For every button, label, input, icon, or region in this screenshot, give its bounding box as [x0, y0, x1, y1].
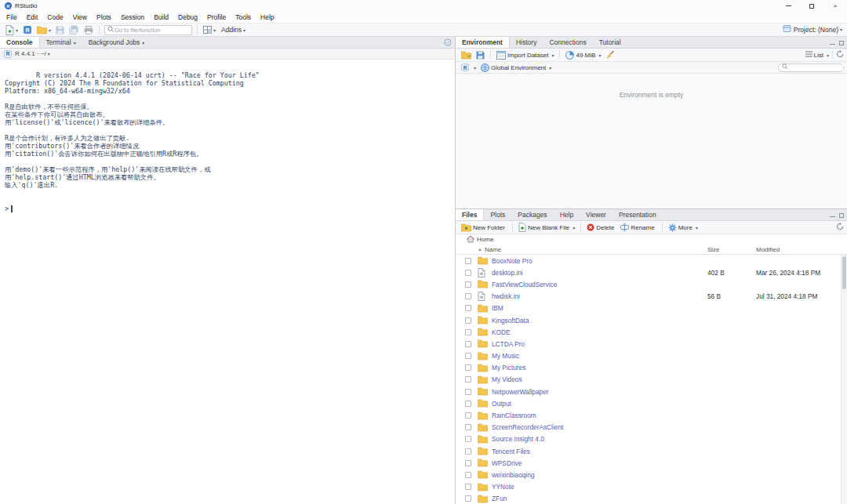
menu-debug[interactable]: Debug: [173, 13, 202, 21]
tab-help[interactable]: Help: [554, 209, 580, 220]
row-checkbox[interactable]: [465, 258, 471, 264]
file-name-link[interactable]: Source Insight 4.0: [492, 435, 707, 443]
menu-plots[interactable]: Plots: [92, 13, 116, 21]
print-button[interactable]: [82, 24, 96, 36]
new-folder-button[interactable]: New Folder: [459, 221, 509, 234]
file-name-link[interactable]: FastViewCloudService: [492, 281, 707, 288]
menu-view[interactable]: View: [68, 13, 92, 21]
file-name-link[interactable]: NetpowerWallpaper: [492, 388, 707, 396]
table-row[interactable]: IBM: [456, 303, 841, 314]
import-dataset-button[interactable]: Import Dataset ▾: [494, 49, 556, 61]
file-name-link[interactable]: LCTDA Pro: [492, 340, 707, 348]
row-checkbox[interactable]: [465, 317, 471, 324]
pane-layout-button[interactable]: ▾: [201, 24, 218, 36]
table-row[interactable]: LCTDA Pro: [456, 338, 841, 350]
row-checkbox[interactable]: [465, 448, 471, 455]
scope-selector[interactable]: Global Environment ▾: [478, 61, 554, 74]
table-row[interactable]: BooxNote Pro: [456, 255, 841, 267]
language-selector[interactable]: R ▾: [459, 61, 478, 74]
table-row[interactable]: ZFun: [456, 493, 841, 504]
table-row[interactable]: NetpowerWallpaper: [456, 386, 841, 397]
row-checkbox[interactable]: [465, 281, 471, 288]
menu-file[interactable]: File: [2, 13, 22, 21]
menu-help[interactable]: Help: [256, 13, 278, 21]
menu-edit[interactable]: Edit: [22, 13, 43, 21]
menu-build[interactable]: Build: [149, 13, 173, 21]
addins-button[interactable]: Addins ▾: [218, 26, 249, 34]
pane-minimize-icon[interactable]: [830, 44, 835, 45]
row-checkbox[interactable]: [465, 495, 471, 502]
table-row[interactable]: My Videos: [456, 374, 841, 386]
table-row[interactable]: Tencent Files: [456, 445, 841, 457]
row-checkbox[interactable]: [465, 305, 471, 311]
tab-terminal[interactable]: Terminal▾: [40, 37, 82, 48]
table-row[interactable]: YYNote: [456, 481, 841, 493]
new-blank-file-button[interactable]: New Blank File ▾: [516, 221, 577, 234]
row-checkbox[interactable]: [465, 484, 471, 490]
tab-connections[interactable]: Connections: [543, 37, 592, 48]
table-row[interactable]: My Pictures: [456, 362, 841, 374]
console-prompt-line[interactable]: >: [5, 205, 450, 212]
load-workspace-button[interactable]: [459, 49, 474, 61]
scrollbar-thumb[interactable]: [842, 256, 846, 289]
file-name-link[interactable]: RainClassroom: [492, 412, 707, 419]
file-name-link[interactable]: My Music: [492, 352, 707, 360]
tab-console[interactable]: Console: [0, 37, 40, 48]
refresh-icon[interactable]: [836, 50, 844, 60]
row-checkbox[interactable]: [465, 270, 471, 276]
table-row[interactable]: Output: [456, 397, 841, 409]
row-checkbox[interactable]: [465, 472, 471, 478]
close-button[interactable]: ×: [823, 0, 847, 12]
memory-usage-button[interactable]: 49 MiB ▾: [563, 49, 603, 61]
more-button[interactable]: More ▾: [666, 221, 700, 234]
menu-profile[interactable]: Profile: [202, 13, 231, 21]
column-header-size[interactable]: Size: [707, 246, 748, 253]
tab-history[interactable]: History: [510, 37, 543, 48]
tab-packages[interactable]: Packages: [511, 209, 553, 220]
tab-tutorial[interactable]: Tutorial: [593, 37, 627, 48]
row-checkbox[interactable]: [465, 412, 471, 419]
row-checkbox[interactable]: [465, 341, 471, 347]
file-name-link[interactable]: My Videos: [492, 375, 707, 383]
list-view-label[interactable]: List: [814, 52, 823, 59]
table-row[interactable]: KingsoftData: [456, 314, 841, 326]
table-row[interactable]: desktop.ini 402 B Mar 26, 2024 4:18 PM: [456, 267, 841, 278]
menu-session[interactable]: Session: [116, 13, 149, 21]
table-row[interactable]: RainClassroom: [456, 409, 841, 421]
table-row[interactable]: WPSDrive: [456, 457, 841, 469]
tab-presentation[interactable]: Presentation: [613, 209, 663, 220]
refresh-icon[interactable]: [836, 223, 844, 232]
goto-file-input[interactable]: [115, 27, 189, 34]
files-scrollbar[interactable]: [841, 255, 847, 504]
table-row[interactable]: KODE: [456, 326, 841, 338]
tab-environment[interactable]: Environment: [456, 37, 510, 48]
table-row[interactable]: hwdisk.ini 56 B Jul 31, 2024 4:18 PM: [456, 291, 841, 303]
row-checkbox[interactable]: [465, 364, 471, 371]
open-file-button[interactable]: ▾: [35, 24, 53, 36]
file-name-link[interactable]: WPSDrive: [492, 459, 707, 467]
row-checkbox[interactable]: [465, 436, 471, 442]
row-checkbox[interactable]: [465, 389, 471, 395]
r-version-bar[interactable]: R R 4.4.1 · ~/ ▾: [0, 49, 455, 60]
menu-tools[interactable]: Tools: [231, 13, 256, 21]
pane-minimize-icon[interactable]: [830, 216, 835, 217]
table-row[interactable]: FastViewCloudService: [456, 278, 841, 290]
console-output[interactable]: R version 4.4.1 (2024-06-14 ucrt) -- "Ra…: [0, 60, 455, 504]
tab-viewer[interactable]: Viewer: [580, 209, 613, 220]
minimize-button[interactable]: [776, 0, 800, 12]
environment-search-input[interactable]: [788, 65, 843, 71]
table-row[interactable]: My Music: [456, 350, 841, 362]
row-checkbox[interactable]: [465, 376, 471, 383]
table-row[interactable]: Source Insight 4.0: [456, 433, 841, 445]
row-checkbox[interactable]: [465, 329, 471, 335]
file-name-link[interactable]: My Pictures: [492, 364, 707, 372]
save-button[interactable]: [53, 24, 67, 36]
clear-objects-button[interactable]: [603, 49, 617, 61]
new-file-button[interactable]: ▾: [3, 24, 20, 36]
tab-background-jobs[interactable]: Background Jobs▾: [82, 37, 151, 48]
maximize-button[interactable]: [800, 0, 823, 12]
table-row[interactable]: weixinbiaoqing: [456, 469, 841, 480]
file-name-link[interactable]: KODE: [492, 328, 707, 336]
environment-search-box[interactable]: [778, 63, 844, 72]
delete-button[interactable]: Delete: [584, 221, 618, 234]
